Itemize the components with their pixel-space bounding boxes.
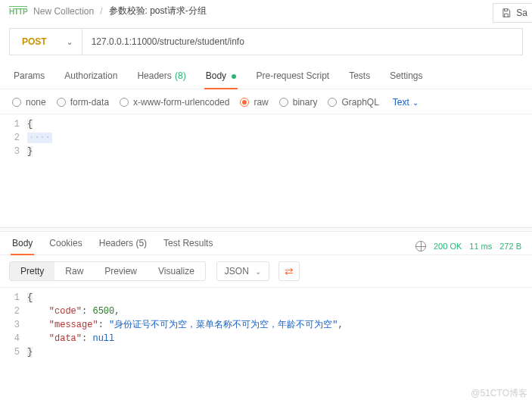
response-body-editor[interactable]: 1 2 3 4 5 { "code": 6500, "message": "身份… (0, 288, 532, 359)
tab-headers[interactable]: Headers (8) (135, 70, 187, 89)
resp-tab-body[interactable]: Body (11, 238, 34, 255)
tab-prerequest[interactable]: Pre-request Script (254, 70, 331, 89)
code-token: , (114, 306, 120, 317)
view-preview[interactable]: Preview (94, 262, 148, 280)
line-number: 4 (0, 332, 20, 345)
code-line[interactable]: } (27, 145, 532, 158)
code-token: { (27, 119, 33, 130)
breadcrumb: HTTP New Collection / 参数校验: post请求-分组 (0, 0, 532, 23)
view-pretty[interactable]: Pretty (10, 262, 54, 280)
tab-tests[interactable]: Tests (347, 70, 372, 89)
request-code[interactable]: { ···· } (27, 117, 532, 227)
chevron-down-icon: ⌄ (67, 38, 73, 46)
save-button-label: Sa (516, 8, 527, 18)
resp-tab-headers-label: Headers (99, 238, 133, 248)
bodytype-none[interactable]: none (12, 97, 46, 108)
line-number: 2 (0, 305, 20, 318)
view-visualize[interactable]: Visualize (148, 262, 205, 280)
json-key: "code" (49, 306, 82, 317)
code-token: : (82, 306, 92, 317)
bodytype-graphql[interactable]: GraphQL (328, 97, 378, 108)
response-code[interactable]: { "code": 6500, "message": "身份证号不可为空，菜单名… (27, 291, 532, 359)
line-number: 2 (0, 131, 20, 145)
wrap-lines-button[interactable]: ⇄ (278, 261, 300, 281)
json-number: 6500 (92, 306, 114, 317)
line-number: 3 (0, 145, 20, 158)
http-method-icon: HTTP (9, 6, 27, 16)
line-number: 5 (0, 345, 20, 359)
bodytype-raw[interactable]: raw (240, 97, 268, 108)
body-modified-indicator-icon (232, 74, 236, 79)
bodytype-xwww[interactable]: x-www-form-urlencoded (120, 97, 229, 108)
breadcrumb-collection[interactable]: New Collection (33, 6, 94, 17)
save-button[interactable]: Sa (493, 3, 532, 23)
radio-icon (279, 98, 288, 107)
breadcrumb-separator: / (100, 6, 102, 17)
chevron-down-icon: ⌄ (412, 98, 418, 107)
save-icon (501, 8, 512, 18)
radio-icon (328, 98, 337, 107)
status-size[interactable]: 272 B (499, 242, 521, 251)
response-view-segment: Pretty Raw Preview Visualize (9, 261, 206, 281)
view-raw[interactable]: Raw (54, 262, 94, 280)
tab-headers-count: (8) (175, 70, 186, 81)
breadcrumb-title: 参数校验: post请求-分组 (109, 5, 207, 17)
watermark: @51CTO博客 (471, 387, 527, 400)
code-line[interactable]: "data": null (27, 332, 532, 345)
bodytype-graphql-label: GraphQL (341, 97, 378, 108)
whitespace-marker-icon: ···· (27, 133, 52, 143)
http-method-label: POST (22, 36, 47, 47)
radio-icon (12, 98, 21, 107)
resp-tab-testresults[interactable]: Test Results (162, 238, 214, 255)
response-lang-label: JSON (225, 266, 249, 276)
code-line[interactable]: "message": "身份证号不可为空，菜单名称不可为空，年龄不可为空", (27, 318, 532, 332)
bodytype-raw-label: raw (254, 97, 268, 108)
code-line[interactable]: "code": 6500, (27, 305, 532, 318)
code-token: } (27, 347, 33, 358)
bodytype-formdata-label: form-data (70, 97, 109, 108)
chevron-down-icon: ⌄ (255, 267, 261, 276)
request-body-editor[interactable]: 1 2 3 { ···· } (0, 114, 532, 227)
response-lang-select[interactable]: JSON ⌄ (216, 261, 269, 281)
resp-tab-headers[interactable]: Headers (5) (98, 238, 148, 255)
code-token: : (98, 320, 109, 330)
bodytype-none-label: none (26, 97, 46, 108)
tab-authorization[interactable]: Authorization (63, 70, 119, 89)
response-toolbar: Pretty Raw Preview Visualize JSON ⌄ ⇄ (0, 255, 532, 288)
code-line[interactable]: { (27, 291, 532, 305)
line-number: 1 (0, 291, 20, 305)
code-token: } (27, 146, 33, 157)
bodytype-xwww-label: x-www-form-urlencoded (133, 97, 229, 108)
status-code[interactable]: 200 OK (434, 242, 462, 251)
line-number: 1 (0, 117, 20, 131)
request-tabs: Params Authorization Headers (8) Body Pr… (0, 60, 532, 89)
tab-settings[interactable]: Settings (388, 70, 424, 89)
tab-params[interactable]: Params (12, 70, 46, 89)
request-gutter: 1 2 3 (0, 117, 27, 227)
tab-headers-label: Headers (137, 70, 171, 81)
radio-selected-icon (240, 98, 249, 107)
status-time[interactable]: 11 ms (469, 242, 492, 251)
radio-icon (57, 98, 66, 107)
raw-text-mode-select[interactable]: Text ⌄ (393, 97, 418, 108)
json-string: "身份证号不可为空，菜单名称不可为空，年龄不可为空" (109, 320, 338, 330)
response-gutter: 1 2 3 4 5 (0, 291, 27, 359)
body-type-row: none form-data x-www-form-urlencoded raw… (0, 89, 532, 114)
code-token: , (338, 320, 343, 330)
code-line[interactable]: { (27, 117, 532, 131)
code-line[interactable]: } (27, 345, 532, 359)
request-bar: POST ⌄ 127.0.0.1:11000/structure/student… (9, 28, 523, 55)
tab-body[interactable]: Body (204, 70, 238, 89)
line-number: 3 (0, 318, 20, 332)
resp-tab-cookies[interactable]: Cookies (48, 238, 83, 255)
json-null: null (92, 333, 114, 344)
wrap-icon: ⇄ (285, 265, 294, 277)
bodytype-binary[interactable]: binary (279, 97, 318, 108)
request-url-input[interactable]: 127.0.0.1:11000/structure/student/info (82, 29, 522, 55)
code-line[interactable]: ···· (27, 131, 532, 145)
resp-tab-headers-count: (5) (135, 238, 147, 248)
code-token: { (27, 292, 33, 303)
globe-icon[interactable] (415, 241, 426, 251)
bodytype-formdata[interactable]: form-data (57, 97, 109, 108)
http-method-select[interactable]: POST ⌄ (10, 29, 82, 55)
